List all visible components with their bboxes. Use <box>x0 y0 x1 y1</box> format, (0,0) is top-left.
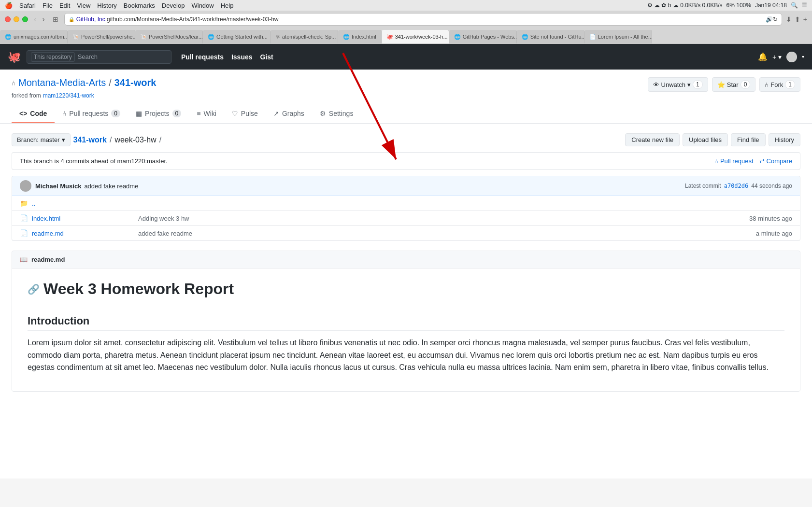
browser-tab-6[interactable]: 🌐 Index.html <box>338 30 382 43</box>
file-commit-msg-readme: added fake readme <box>138 230 756 237</box>
pull-request-link[interactable]: ⑃ Pull request <box>714 157 754 165</box>
address-bar[interactable]: 🔒 GitHub, Inc. github.com/Montana-Media-… <box>64 13 782 26</box>
pulse-tab-icon: ♡ <box>232 110 238 117</box>
star-label: Star <box>727 81 739 88</box>
menubar-history[interactable]: History <box>97 2 116 9</box>
star-button[interactable]: ⭐ Star 0 <box>712 77 756 92</box>
tab-favicon-5: ⚛ <box>275 34 280 40</box>
path-root-link[interactable]: 341-work <box>73 136 107 144</box>
user-menu-arrow[interactable]: ▾ <box>802 54 804 59</box>
tab-settings[interactable]: ⚙ Settings <box>312 105 361 123</box>
back-button[interactable]: ‹ <box>32 15 38 24</box>
audio-icon[interactable]: 🔊 <box>766 16 773 23</box>
refresh-button[interactable]: ↻ <box>773 16 778 23</box>
create-new-file-button[interactable]: Create new file <box>625 133 680 146</box>
browser-tab-8[interactable]: 🌐 GitHub Pages - Webs... <box>449 30 517 43</box>
readme-content: 🔗 Week 3 Homework Report Introduction Lo… <box>12 268 800 391</box>
upload-files-button[interactable]: Upload files <box>683 133 728 146</box>
history-button[interactable]: History <box>769 133 800 146</box>
tab-projects[interactable]: ▦ Projects 0 <box>128 105 189 123</box>
repo-tabs: <> Code ⑃ Pull requests 0 ▦ Projects 0 ≡… <box>12 105 800 123</box>
tab-pulse[interactable]: ♡ Pulse <box>224 105 266 123</box>
browser-tab-3[interactable]: 🐚 PowerShell/docs/lear... <box>135 30 203 43</box>
apple-menu[interactable]: 🍎 <box>5 2 13 9</box>
latest-commit-label: Latest commit <box>685 183 721 189</box>
browser-tab-9[interactable]: 🌐 Site not found - GitHu... <box>517 30 584 43</box>
new-tab-icon[interactable]: + <box>803 15 807 23</box>
browser-tab-1[interactable]: 🌐 unixmages.com/ufbm... <box>0 30 68 43</box>
search-scope-label[interactable]: This repository <box>31 52 75 62</box>
menubar-view[interactable]: View <box>77 2 90 9</box>
menubar-help[interactable]: Help <box>221 2 234 9</box>
commit-meta: Latest commit a70d2d6 44 seconds ago <box>685 183 792 189</box>
github-logo[interactable]: 🐙 <box>8 51 21 63</box>
compare-label: Compare <box>767 157 792 165</box>
browser-tab-2[interactable]: 🐚 PowerShell/powershe... <box>68 30 135 43</box>
file-name-index[interactable]: index.html <box>32 215 128 222</box>
user-avatar[interactable] <box>786 52 797 62</box>
download-icon[interactable]: ⬇ <box>786 15 792 23</box>
branch-selector[interactable]: Branch: master ▾ <box>12 133 71 146</box>
menubar-safari[interactable]: Safari <box>19 2 36 9</box>
commit-hash-link[interactable]: a70d2d6 <box>724 183 749 189</box>
forward-button[interactable]: › <box>40 15 46 24</box>
close-window-button[interactable] <box>5 16 11 22</box>
tab-favicon-10: 📄 <box>589 34 596 40</box>
menubar: 🍎 Safari File Edit View History Bookmark… <box>0 0 812 11</box>
menubar-develop[interactable]: Develop <box>162 2 185 9</box>
branch-info-links: ⑃ Pull request ⇄ Compare <box>714 157 792 165</box>
browser-tab-7[interactable]: 🐙 341-work/week-03-h... <box>382 30 449 43</box>
menubar-file[interactable]: File <box>43 2 53 9</box>
fork-icon: ⑃ <box>765 81 769 88</box>
file-name-readme[interactable]: readme.md <box>32 230 128 237</box>
search-input[interactable] <box>78 53 167 60</box>
repo-name-link[interactable]: 341-work <box>114 77 157 88</box>
fork-count: 1 <box>785 80 795 89</box>
menubar-bookmarks[interactable]: Bookmarks <box>124 2 155 9</box>
browser-tab-5[interactable]: ⚛ atom/spell-check: Sp... <box>271 30 338 43</box>
browser-tab-4[interactable]: 🌐 Getting Started with... <box>203 30 271 43</box>
parent-dir-link[interactable]: .. <box>32 200 35 207</box>
gh-nav-gist[interactable]: Gist <box>260 53 273 61</box>
new-repo-button[interactable]: + ▾ <box>772 53 782 61</box>
gh-nav-pull-requests[interactable]: Pull requests <box>181 53 224 61</box>
fork-label: Fork <box>770 81 783 88</box>
branch-ahead-text: This branch is 4 commits ahead of mam122… <box>20 157 168 165</box>
gh-nav-issues[interactable]: Issues <box>231 53 253 61</box>
tab-code[interactable]: <> Code <box>12 105 55 123</box>
minimize-window-button[interactable] <box>14 16 19 22</box>
github-page: 🐙 This repository Pull requests Issues G… <box>0 44 812 479</box>
tab-pull-requests[interactable]: ⑃ Pull requests 0 <box>55 105 128 123</box>
settings-tab-icon: ⚙ <box>320 110 326 117</box>
fork-button[interactable]: ⑃ Fork 1 <box>759 77 800 92</box>
tab-wiki[interactable]: ≡ Wiki <box>189 105 224 123</box>
browser-tab-10[interactable]: 📄 Lorem Ipsum - All the... <box>584 30 652 43</box>
readme-heading: 🔗 Week 3 Homework Report <box>28 280 784 303</box>
tab-favicon-9: 🌐 <box>522 34 528 40</box>
commit-author[interactable]: Michael Musick <box>35 183 81 190</box>
address-highlight: GitHub, Inc. <box>76 16 107 23</box>
notification-icon[interactable]: ☰ <box>802 2 807 9</box>
fork-source-link[interactable]: mam1220/341-work <box>43 92 94 99</box>
tab-graphs[interactable]: ↗ Graphs <box>266 105 312 123</box>
projects-tab-icon: ▦ <box>136 110 142 117</box>
watch-button[interactable]: 👁 Unwatch ▾ 1 <box>648 77 708 92</box>
notifications-button[interactable]: 🔔 <box>758 52 768 61</box>
share-icon[interactable]: ⬆ <box>795 15 800 23</box>
maximize-window-button[interactable] <box>22 16 28 22</box>
menubar-window[interactable]: Window <box>191 2 214 9</box>
repo-owner-link[interactable]: Montana-Media-Arts <box>18 77 106 88</box>
find-file-button[interactable]: Find file <box>731 133 766 146</box>
file-row-readme: 📄 readme.md added fake readme a minute a… <box>12 226 800 240</box>
tab-label-2: PowerShell/powershe... <box>81 34 135 40</box>
search-icon[interactable]: 🔍 <box>791 2 798 9</box>
sidebar-toggle-button[interactable]: ⊞ <box>51 15 60 23</box>
repo-header: ⑃ Montana-Media-Arts / 341-work forked f… <box>0 70 812 124</box>
compare-link[interactable]: ⇄ Compare <box>759 157 792 165</box>
eye-icon: 👁 <box>653 81 659 88</box>
tab-label-5: atom/spell-check: Sp... <box>282 34 336 40</box>
menubar-edit[interactable]: Edit <box>59 2 70 9</box>
compare-icon: ⇄ <box>759 157 765 165</box>
pr-icon: ⑃ <box>714 157 718 165</box>
browser-controls-right: ⬇ ⬆ + <box>786 15 807 23</box>
